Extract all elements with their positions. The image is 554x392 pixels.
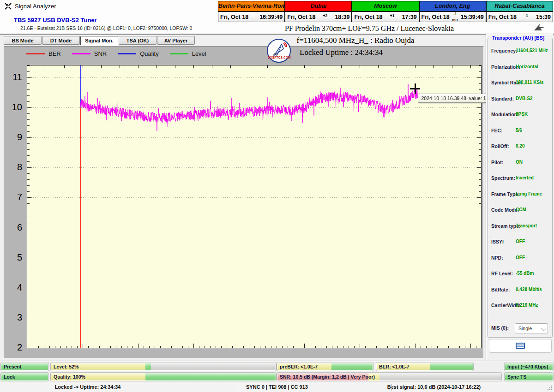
indicator-bar-label: preBER: <1.0E-7 [280, 363, 318, 370]
y-axis-tick-label: 9 [5, 132, 22, 142]
indicator-bar-present: Present [1, 362, 48, 371]
tab-signal-mon-[interactable]: Signal Mon. [80, 36, 118, 46]
indicator-bar-snr: SNR: 10,5 dB (Margin: 1,2 dB | Very Poor… [277, 373, 501, 381]
tab-tsa-ok-[interactable]: TSA (OK) [119, 36, 157, 45]
y-axis-labels: 234567891011 [4, 65, 25, 347]
indicator-bar-label: SNR: 10,5 dB (Margin: 1,2 dB | Very Poor… [280, 373, 375, 380]
clock-city-label: London, Eng [420, 1, 486, 12]
transponder-value: DVB-S2 [516, 96, 533, 101]
transponder-row-frame-type-: Frame Type:Long Frame [488, 191, 552, 201]
legend-item-level: Level [170, 50, 206, 57]
transponder-value: Transport [516, 223, 537, 228]
transponder-row-issyi: ISSYIOFF [488, 239, 552, 248]
chevron-down-icon [541, 326, 546, 331]
statusbar-uptime: Locked -> Uptime: 24:34:34 [55, 384, 121, 390]
clock-dubai: DubaiFri, Oct 18+218:39 [285, 1, 352, 22]
transponder-title: Transponder (AU) [BS] [491, 35, 546, 41]
clock-rabat-casablanca: Rabat-CasablancaFri, Oct 18-115:39 [487, 1, 553, 22]
statusbar-divider [238, 384, 238, 391]
transponder-value: OFF [516, 255, 525, 260]
tuner-details: 21.6E - Eutelsat 21B SES 16 (ID: 0216) @… [20, 25, 192, 31]
tuner-name: TBS 5927 USB DVB-S2 Tuner [14, 17, 97, 24]
app-icon [5, 3, 12, 12]
indicator-bar-preber: preBER: <1.0E-7 [277, 362, 373, 371]
y-axis-tick-label: 4 [5, 282, 22, 292]
y-axis-tick-label: 7 [5, 192, 22, 202]
export-button[interactable] [489, 339, 552, 353]
frequency-service-line: f=11604,500 MHz_H_ : Radio Oujda [297, 36, 415, 45]
transponder-label: Standard: [491, 96, 514, 101]
mode-tabs: BS ModeDT ModeSignal Mon.TSA (OK)AV Play… [4, 36, 195, 46]
signal-chart-widget: BERSNRQualityLevel Locked Uptime : 24:34… [4, 46, 484, 358]
transponder-label: Spectrum: [491, 175, 515, 181]
legend-label: SNR [94, 50, 107, 57]
signal-analyzer-window: Signal Analyzer TBS 5927 USB DVB-S2 Tune… [0, 0, 554, 392]
clock-city-label: Dubai [285, 1, 351, 12]
indicator-bar-ber: BER: <1.0E-7 [376, 362, 473, 371]
transponder-value: 5/6 [516, 128, 522, 133]
y-axis-tick-label: 3 [5, 312, 22, 322]
legend-item-ber: BER [26, 50, 61, 57]
y-axis-tick-label: 8 [5, 162, 22, 172]
clock-berlin-paris-vienna-roma: Berlin-Paris-Vienna-RomaFri, Oct 1816:39… [218, 1, 285, 22]
clock-moscow: MoscowFri, Oct 18+117:39 [352, 1, 419, 22]
transponder-label: RollOff: [491, 143, 509, 149]
statusbar: Locked -> Uptime: 24:34:34 SYNC 0 | TEI … [0, 383, 554, 392]
transponder-value: Horizontal [516, 64, 538, 69]
indicator-bar-label: Input (~470 Kbps) [507, 363, 548, 370]
legend-item-quality: Quality [118, 50, 158, 57]
signal-chart-canvas[interactable] [27, 65, 481, 348]
clock-time: Fri, Oct 18+117:39 [352, 12, 418, 22]
transponder-row-polarization-: Polarization:Horizontal [488, 64, 552, 73]
value-tooltip: 2024-10-18 16.39.48, value: 10,5 [418, 94, 496, 103]
y-axis-tick-label: 10 [5, 102, 22, 112]
transponder-row-fec-: FEC:5/6 [488, 128, 552, 137]
indicator-bar-label: Lock [4, 373, 15, 380]
clock-time: Fri, Oct 18-115:39 [487, 12, 553, 22]
y-axis-tick-label: 6 [5, 222, 22, 232]
transponder-label: Frequency: [491, 48, 518, 53]
tab-av-player[interactable]: AV Player [157, 36, 195, 45]
tab-dt-mode[interactable]: DT Mode [42, 36, 80, 45]
transponder-label: NPD: [491, 255, 503, 261]
indicator-bar-label: Present [4, 363, 22, 370]
y-axis-tick-label: 5 [5, 252, 22, 262]
clock-london-eng: London, EngFri, Oct 18-1DST15:39:49 [420, 1, 487, 22]
transponder-value: 8PSK [516, 112, 528, 117]
legend-dash-icon [72, 53, 90, 54]
transponder-row-modulation-: Modulation:8PSK [488, 112, 552, 121]
indicator-bar-quality: Quality: 100% [51, 373, 276, 381]
transponder-value: -55 dBm [516, 271, 534, 276]
transponder-label: Code Mode: [491, 207, 519, 213]
clock-city-label: Berlin-Paris-Vienna-Roma [218, 1, 284, 12]
indicator-bar-input: Input (~470 Kbps) [505, 362, 553, 371]
transponder-label: RF Level: [491, 271, 513, 276]
mis-dropdown[interactable]: Single [515, 323, 548, 333]
dish-info-line: PF Prodelin 370cm+ LOF=9.75 GHz / Lucene… [285, 24, 454, 33]
chart-plot-area[interactable]: 2024-10-18 16.39.48, value: 10,5 [27, 65, 482, 348]
legend-item-snr: SNR [72, 50, 107, 57]
mis-label: MIS (0): [491, 325, 509, 331]
dxsatcs-logo: DXSATCS.COM [267, 39, 291, 63]
clock-city-label: Rabat-Casablanca [487, 1, 553, 12]
resize-grip[interactable] [547, 385, 553, 391]
transponder-label: FEC: [491, 128, 503, 133]
statusbar-divider [391, 384, 392, 391]
y-axis-tick-label: 11 [5, 72, 22, 82]
tab-bs-mode[interactable]: BS Mode [4, 36, 42, 45]
clock-time: Fri, Oct 18+218:39 [285, 12, 351, 22]
export-icon [516, 343, 525, 349]
indicator-bar-label: BER: <1.0E-7 [379, 363, 409, 370]
clock-time: Fri, Oct 18-1DST15:39:49 [420, 12, 486, 22]
transponder-value: 180,011 KS/s [516, 80, 544, 85]
transponder-panel: Transponder (AU) [BS] Frequency:11604,52… [486, 34, 553, 361]
transponder-value: 0,216 MHz [516, 303, 538, 308]
transponder-groupbox: Transponder (AU) [BS] Frequency:11604,52… [488, 38, 553, 338]
transponder-row-frequency-: Frequency:11604,521 MHz [488, 48, 552, 57]
logo-text: DXSATCS.COM [268, 56, 290, 59]
statusbar-best-signal: Best signal: 10,6 dB (2024-10-17 16:22) [387, 384, 481, 390]
legend-label: BER [48, 50, 61, 57]
clock-time: Fri, Oct 1816:39:49 [218, 12, 284, 22]
title-bar: Signal Analyzer [0, 0, 217, 12]
transponder-value: OFF [516, 239, 525, 244]
